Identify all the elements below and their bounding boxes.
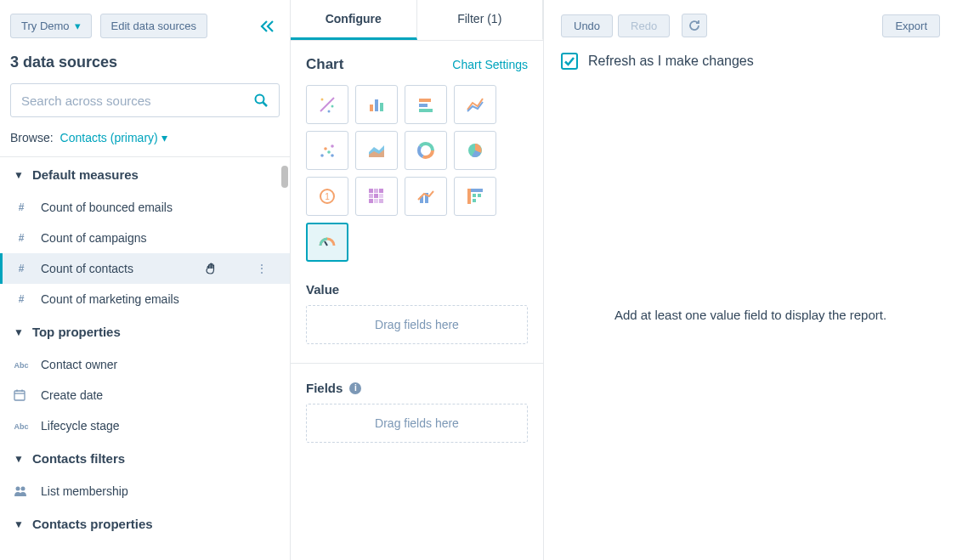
field-type-icon (14, 389, 29, 401)
heatmap-icon (366, 186, 387, 206)
data-sources-title: 3 data sources (10, 54, 280, 71)
chart-type-gauge[interactable] (306, 223, 348, 262)
export-button[interactable]: Export (882, 14, 940, 37)
chart-type-grid: 1 (306, 85, 528, 262)
svg-rect-42 (478, 194, 481, 197)
svg-rect-41 (473, 194, 476, 197)
search-icon[interactable] (253, 93, 269, 108)
section-header-contacts-properties[interactable]: ▼Contacts properties (0, 506, 290, 541)
more-icon[interactable]: ⋮ (256, 262, 276, 275)
chart-type-combo[interactable] (405, 177, 447, 216)
svg-point-0 (256, 95, 264, 104)
svg-rect-29 (374, 189, 378, 193)
tab-filter-[interactable]: Filter (1) (417, 0, 544, 40)
scrollbar-thumb[interactable] (281, 166, 288, 188)
svg-point-10 (328, 110, 331, 113)
fields-dropzone[interactable]: Drag fields here (306, 404, 528, 443)
value-dropzone[interactable]: Drag fields here (306, 305, 528, 344)
svg-point-17 (320, 154, 324, 157)
svg-point-9 (331, 105, 334, 108)
fields-section-title: Fields i (306, 381, 528, 395)
field-item[interactable]: #Count of marketing emails (0, 284, 290, 314)
svg-rect-40 (467, 189, 471, 204)
field-type-icon: # (14, 263, 29, 274)
chart-type-donut[interactable] (405, 131, 447, 170)
pie-icon (465, 140, 485, 161)
field-item[interactable]: Create date (0, 380, 290, 410)
field-type-icon: Abc (14, 359, 29, 371)
field-type-icon: # (14, 201, 29, 213)
field-label: Create date (41, 388, 103, 402)
chart-type-magic[interactable] (306, 85, 348, 124)
edit-data-sources-button[interactable]: Edit data sources (100, 14, 207, 38)
chart-settings-link[interactable]: Chart Settings (452, 58, 528, 71)
chart-type-heatmap[interactable] (355, 177, 398, 216)
search-input[interactable] (21, 93, 253, 108)
chart-section-title: Chart (306, 56, 343, 73)
chart-type-scatter[interactable] (306, 131, 348, 170)
mid-panel: ConfigureFilter (1) Chart Chart Settings… (291, 0, 544, 560)
field-item[interactable]: List membership (0, 476, 290, 506)
scatter-icon (317, 140, 337, 161)
field-item[interactable]: #Count of campaigns (0, 223, 290, 253)
chart-type-kpi[interactable]: 1 (306, 177, 348, 216)
left-panel: Try Demo ▾ Edit data sources 3 data sour… (0, 0, 291, 560)
report-placeholder-message: Add at least one value field to display … (561, 308, 940, 322)
area-icon (366, 140, 387, 161)
grab-cursor-icon (203, 261, 218, 276)
info-icon[interactable]: i (349, 382, 361, 394)
svg-rect-14 (419, 99, 431, 102)
value-section-title: Value (306, 282, 528, 297)
field-label: Count of contacts (41, 262, 133, 275)
svg-line-44 (325, 241, 327, 246)
chart-type-bar-horizontal[interactable] (405, 85, 447, 124)
svg-rect-13 (380, 103, 383, 111)
section-header-contacts-filters[interactable]: ▼Contacts filters (0, 441, 290, 476)
bar-horizontal-icon (416, 94, 436, 115)
field-item[interactable]: AbcContact owner (0, 349, 290, 380)
field-list[interactable]: ▼Default measures#Count of bounced email… (0, 156, 290, 560)
svg-rect-32 (374, 194, 378, 198)
chart-type-pivot[interactable] (454, 177, 496, 216)
svg-rect-11 (370, 105, 373, 111)
chart-type-area[interactable] (355, 131, 398, 170)
field-item[interactable]: AbcLifecycle stage (0, 410, 290, 441)
field-item[interactable]: #Count of bounced emails (0, 192, 290, 223)
refresh-checkbox[interactable] (561, 53, 578, 70)
try-demo-label: Try Demo (21, 20, 70, 32)
redo-button[interactable]: Redo (618, 14, 670, 37)
undo-button[interactable]: Undo (561, 14, 613, 37)
field-type-icon: Abc (14, 420, 29, 432)
bar-vertical-icon (366, 94, 387, 115)
svg-rect-2 (14, 391, 25, 400)
section-header-top-properties[interactable]: ▼Top properties (0, 314, 290, 349)
divider (291, 363, 543, 364)
search-box[interactable] (10, 83, 280, 117)
chart-type-pie[interactable] (454, 131, 496, 170)
collapse-panel-icon[interactable] (256, 16, 280, 37)
gauge-icon (317, 232, 337, 252)
field-type-icon: # (14, 293, 29, 305)
svg-rect-35 (374, 199, 378, 203)
svg-point-19 (327, 150, 331, 154)
section-header-default-measures[interactable]: ▼Default measures (0, 157, 290, 192)
browse-label: Browse: (10, 131, 54, 144)
field-type-icon (14, 485, 29, 497)
svg-point-8 (321, 99, 324, 101)
right-panel: Undo Redo Export Refresh as I make chang… (544, 0, 957, 560)
field-label: Lifecycle stage (41, 419, 120, 433)
try-demo-button[interactable]: Try Demo ▾ (10, 14, 92, 38)
field-item[interactable]: #Count of contacts⋮ (0, 253, 290, 284)
browse-source-select[interactable]: Contacts (primary) ▾ (60, 131, 167, 144)
chart-type-bar-vertical[interactable] (355, 85, 398, 124)
combo-icon (416, 186, 436, 206)
field-label: List membership (41, 484, 128, 498)
svg-rect-43 (473, 199, 476, 202)
chart-type-line[interactable] (454, 85, 496, 124)
refresh-button[interactable] (682, 14, 707, 37)
tab-configure[interactable]: Configure (291, 0, 417, 40)
field-label: Contact owner (41, 358, 117, 371)
field-label: Count of campaigns (41, 231, 147, 245)
chevron-down-icon: ▾ (161, 131, 167, 144)
chevron-down-icon: ▾ (75, 20, 81, 32)
